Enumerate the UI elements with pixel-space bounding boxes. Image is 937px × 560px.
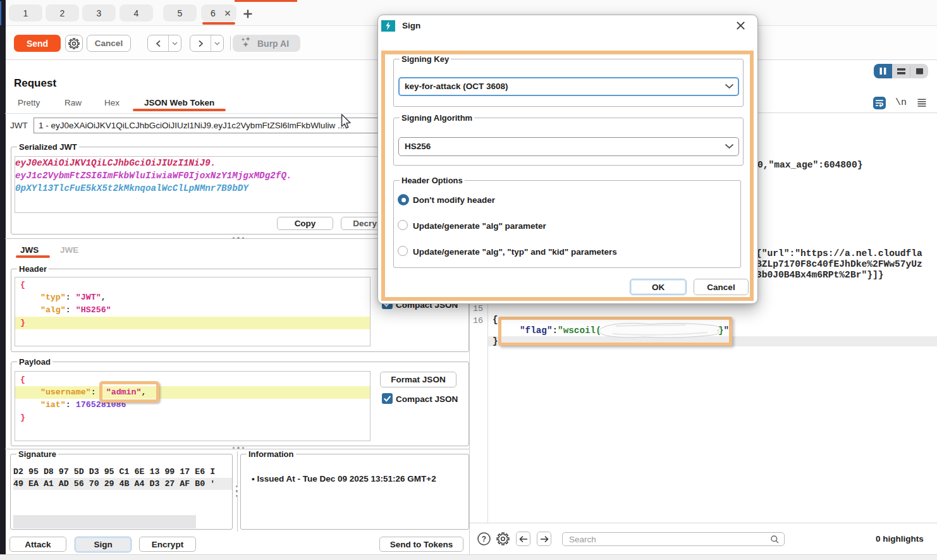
svg-text:?: ? — [482, 535, 486, 544]
